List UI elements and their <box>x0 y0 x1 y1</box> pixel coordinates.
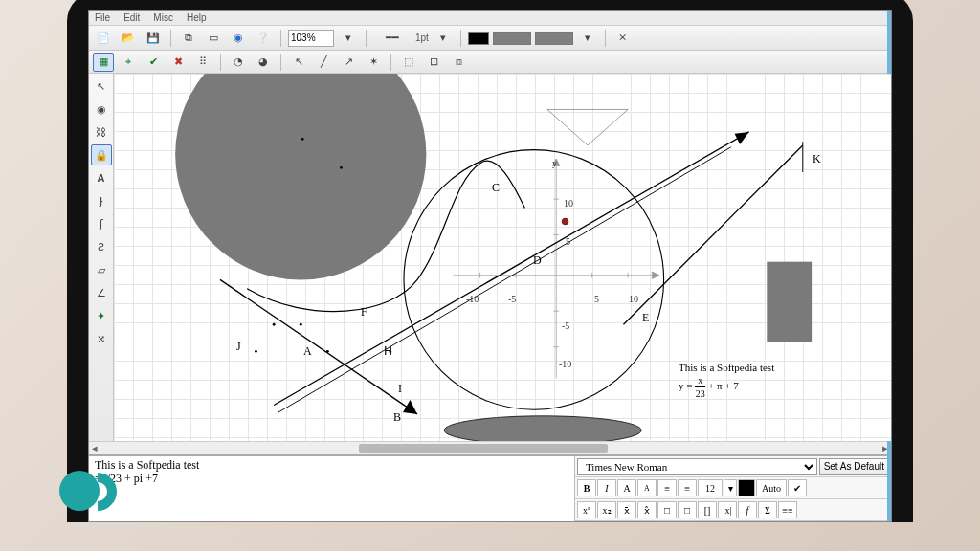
line-weight-icon[interactable]: ━━ <box>373 29 412 48</box>
text-color-swatch[interactable] <box>738 479 755 496</box>
leaf-tool-icon[interactable]: ✦ <box>91 305 112 326</box>
left-toolbox: ↖ ◉ ⛓ 🔒 A Ɉ ʃ Ƨ ▱ ∠ ✦ ⤨ <box>89 74 114 441</box>
angle-tool-icon[interactable]: ∠ <box>91 282 112 303</box>
menu-edit[interactable]: Edit <box>123 12 140 23</box>
align-left-button[interactable]: ≡ <box>657 479 677 496</box>
matrix-button[interactable]: ≡≡ <box>778 501 797 518</box>
box2-symbol-button[interactable]: □ <box>678 501 697 518</box>
delete-icon[interactable]: ✖ <box>167 53 189 72</box>
shape-triangle[interactable] <box>547 109 628 144</box>
point-label-j[interactable]: J <box>236 340 241 354</box>
superscript-button[interactable]: xª <box>577 501 596 518</box>
font-size-field[interactable]: 12 <box>698 479 723 496</box>
text-color-auto[interactable]: Auto <box>756 479 787 496</box>
grid-icon[interactable]: ▦ <box>93 53 114 72</box>
menu-misc[interactable]: Misc <box>153 12 173 23</box>
circle-tool-icon[interactable]: ◉ <box>91 99 112 120</box>
shape-filled-circle[interactable] <box>175 74 426 279</box>
function-button[interactable]: f <box>738 501 757 518</box>
link-tool-icon[interactable]: ⛓ <box>91 121 112 143</box>
horizontal-scrollbar[interactable]: ◂ ▸ <box>89 441 891 454</box>
drawing-canvas[interactable]: y 10 5 -5 -10 -10 -5 5 10 C D E F <box>114 74 891 441</box>
dot-grid-icon[interactable]: ⠿ <box>192 53 213 72</box>
shape-circle-outline[interactable] <box>404 150 664 410</box>
point-label-k[interactable]: K <box>813 152 821 166</box>
axis-tick-x10: 10 <box>629 294 638 304</box>
select-tool-icon[interactable]: ↖ <box>91 76 112 97</box>
fill-color-1[interactable] <box>493 32 531 45</box>
shape-ellipse[interactable] <box>444 416 641 441</box>
subscript-button[interactable]: x₂ <box>597 501 616 518</box>
box-symbol-button[interactable]: □ <box>657 501 677 518</box>
align-center-button[interactable]: ≡ <box>678 479 697 496</box>
dial-b-icon[interactable]: ◕ <box>253 53 274 72</box>
point-label-h[interactable]: H̵ <box>384 344 392 359</box>
dial-a-icon[interactable]: ◔ <box>228 53 249 72</box>
separator <box>366 30 367 47</box>
save-icon[interactable]: 💾 <box>143 29 164 48</box>
bold-button[interactable]: B <box>577 479 596 496</box>
main-toolbar: 📄 📂 💾 ⧉ ▭ ◉ ❔ ▾ ━━ 1pt ▾ ▾ <box>89 26 891 51</box>
apply-style-button[interactable]: ✔ <box>788 479 807 496</box>
segment-tool-icon[interactable]: ╱ <box>313 53 334 72</box>
set-default-button[interactable]: Set As Default <box>819 458 889 475</box>
overbar-button[interactable]: x̄ <box>617 501 636 518</box>
sum-button[interactable]: Σ <box>758 501 777 518</box>
point-label-c[interactable]: C <box>492 181 500 195</box>
canvas-text-box[interactable]: This is a Softpedia test y = x 23 + π + … <box>679 361 774 400</box>
font-size-inc-button[interactable]: A <box>617 479 636 496</box>
bezier-tool-icon[interactable]: ʃ <box>91 213 112 234</box>
point-label-i[interactable]: I <box>398 382 402 396</box>
spline-tool-icon[interactable]: Ƨ <box>91 236 112 257</box>
brackets-button[interactable]: [] <box>698 501 717 518</box>
point-label-b[interactable]: B <box>393 410 401 425</box>
help-icon[interactable]: ❔ <box>253 29 274 48</box>
italic-button[interactable]: I <box>597 479 616 496</box>
font-size-dec-button[interactable]: A <box>637 479 657 496</box>
point-label-f[interactable]: F <box>361 305 368 320</box>
input-expression-area[interactable]: This is a Softpedia test =x/23 + pi +7 <box>89 456 575 521</box>
curve-tool-icon[interactable]: Ɉ <box>91 190 112 211</box>
globe-icon[interactable]: ◉ <box>228 29 249 48</box>
line-dropdown-icon[interactable]: ▾ <box>433 29 454 48</box>
selected-point[interactable] <box>562 218 568 225</box>
snap-grid-icon[interactable]: ⌖ <box>118 53 139 72</box>
transform-2-icon[interactable]: ⊡ <box>423 53 444 72</box>
status-line1: This is a Softpedia test <box>95 458 568 472</box>
shape-rectangle[interactable] <box>767 262 812 342</box>
point-label-a[interactable]: A <box>303 344 312 359</box>
fill-color-2[interactable] <box>535 32 573 45</box>
scroll-thumb[interactable] <box>359 444 608 453</box>
copy-icon[interactable]: ⧉ <box>178 29 199 48</box>
cursor-tool-icon[interactable]: ↖ <box>288 53 309 72</box>
axis-tick-x5: 5 <box>594 294 599 304</box>
transform-3-icon[interactable]: ⧈ <box>448 53 469 72</box>
open-icon[interactable]: 📂 <box>118 29 139 48</box>
svg-point-24 <box>340 166 343 169</box>
abs-button[interactable]: |x| <box>718 501 737 518</box>
transform-tool-icon[interactable]: ⤨ <box>91 328 112 349</box>
scroll-left-icon[interactable]: ◂ <box>89 442 100 454</box>
axis-tick-y10: 10 <box>564 198 573 209</box>
intersect-tool-icon[interactable]: ✶ <box>363 53 384 72</box>
close-panel-icon[interactable]: ⨯ <box>612 29 634 48</box>
hat-button[interactable]: x̂ <box>637 501 657 518</box>
stroke-color[interactable] <box>468 32 489 45</box>
check-icon[interactable]: ✔ <box>143 53 164 72</box>
arrow-tool-icon[interactable]: ↗ <box>338 53 359 72</box>
point-label-e[interactable]: E <box>642 311 649 325</box>
page-icon[interactable]: ▭ <box>203 29 224 48</box>
polygon-tool-icon[interactable]: ▱ <box>91 259 112 280</box>
menu-file[interactable]: File <box>95 12 110 23</box>
menu-help[interactable]: Help <box>187 12 207 23</box>
point-label-d[interactable]: D <box>533 253 542 268</box>
text-tool-icon[interactable]: A <box>91 167 112 188</box>
zoom-input[interactable] <box>288 30 334 47</box>
more-icon[interactable]: ▾ <box>577 29 598 48</box>
transform-1-icon[interactable]: ⬚ <box>398 53 419 72</box>
font-family-select[interactable]: Times New Roman <box>577 458 817 475</box>
font-size-dropdown-icon[interactable]: ▾ <box>724 479 737 496</box>
lock-tool-icon[interactable]: 🔒 <box>91 144 112 165</box>
zoom-dropdown-icon[interactable]: ▾ <box>338 29 359 48</box>
new-icon[interactable]: 📄 <box>93 29 114 48</box>
